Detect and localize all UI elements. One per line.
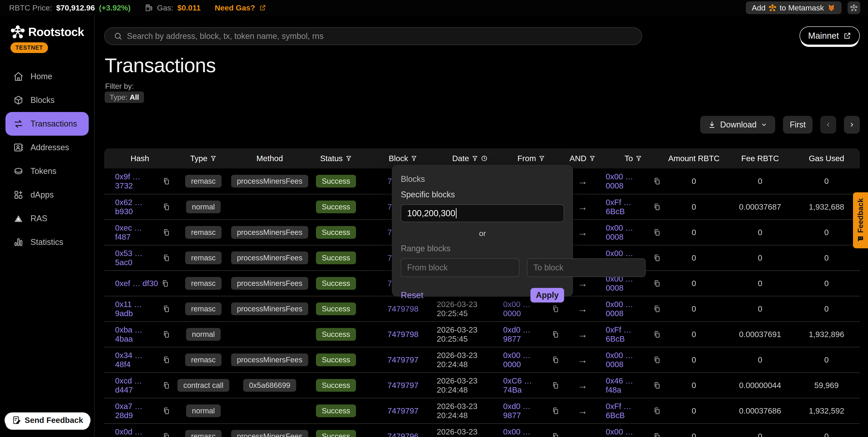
copy-icon[interactable]	[162, 330, 170, 338]
copy-icon[interactable]	[552, 356, 559, 364]
block-link[interactable]: 7479797	[388, 355, 418, 365]
copy-icon[interactable]	[162, 305, 170, 313]
apply-button[interactable]: Apply	[530, 288, 564, 302]
copy-icon[interactable]	[162, 229, 170, 236]
copy-icon[interactable]	[162, 432, 170, 437]
copy-icon[interactable]	[653, 229, 661, 236]
from-block-input[interactable]	[401, 258, 519, 277]
to-address-link[interactable]: 0x00 … 0008	[606, 223, 650, 241]
copy-icon[interactable]	[653, 305, 661, 313]
specific-blocks-input[interactable]: 100,200,300	[401, 204, 564, 222]
feedback-side-tab[interactable]: Feedback	[853, 192, 868, 248]
copy-icon[interactable]	[552, 407, 559, 415]
copy-icon[interactable]	[552, 432, 559, 437]
to-address-link[interactable]: 0x00 … 0008	[606, 427, 650, 437]
copy-icon[interactable]	[552, 330, 559, 338]
from-address-link[interactable]: 0xd0 … 9877	[503, 402, 549, 420]
block-link[interactable]: 7479797	[388, 406, 418, 415]
filter-icon[interactable]	[539, 155, 545, 162]
to-address-link[interactable]: 0x00 … 0008	[606, 274, 650, 292]
type-filter-chip[interactable]: Type: All	[105, 91, 144, 103]
previous-page-button[interactable]	[820, 116, 836, 134]
column-header-type[interactable]: Type	[170, 154, 237, 163]
filter-icon[interactable]	[472, 155, 478, 162]
copy-icon[interactable]	[162, 254, 170, 262]
tx-hash-link[interactable]: 0xa7 … 28d9	[115, 402, 159, 420]
to-address-link[interactable]: 0x46 … f48a	[606, 376, 650, 395]
mainnet-switch-button[interactable]: Mainnet	[800, 26, 860, 45]
copy-icon[interactable]	[653, 407, 661, 415]
from-address-link[interactable]: 0xC6 … 74Ba	[503, 376, 549, 395]
copy-icon[interactable]	[653, 330, 661, 338]
copy-icon[interactable]	[653, 254, 661, 262]
block-link[interactable]: 7479796	[388, 432, 418, 437]
to-address-link[interactable]: 0xFf … 6BcB	[606, 325, 650, 344]
tx-hash-link[interactable]: 0x9f … 3732	[115, 172, 159, 190]
copy-icon[interactable]	[653, 177, 661, 185]
download-button[interactable]: Download	[700, 116, 775, 134]
copy-icon[interactable]	[552, 381, 559, 389]
from-address-link[interactable]: 0x00 … 0000	[503, 427, 549, 437]
filter-icon[interactable]	[636, 155, 642, 162]
copy-icon[interactable]	[162, 356, 170, 364]
column-header-to[interactable]: To	[606, 154, 661, 163]
filter-icon[interactable]	[411, 155, 417, 162]
sidebar-item-home[interactable]: Home	[0, 65, 94, 88]
tx-hash-link[interactable]: 0x62 … b930	[115, 198, 159, 216]
column-header-date[interactable]: Date	[437, 154, 503, 163]
sidebar-item-statistics[interactable]: Statistics	[0, 230, 94, 254]
tx-hash-link[interactable]: 0x53 … 5ac0	[115, 249, 159, 267]
to-address-link[interactable]: 0xFf … 6BcB	[606, 402, 650, 420]
copy-icon[interactable]	[653, 203, 661, 211]
sidebar-item-ras[interactable]: RAS	[0, 207, 94, 230]
send-feedback-button[interactable]: Send Feedback	[5, 412, 91, 428]
filter-icon[interactable]	[210, 155, 217, 162]
filter-icon[interactable]	[589, 155, 595, 162]
column-header-and[interactable]: AND	[559, 154, 606, 163]
to-block-input[interactable]	[527, 258, 646, 277]
sidebar-item-blocks[interactable]: Blocks	[0, 88, 94, 112]
tx-hash-link[interactable]: 0xef … df30	[115, 279, 158, 288]
clock-icon[interactable]	[481, 155, 488, 162]
copy-icon[interactable]	[161, 280, 169, 287]
from-address-link[interactable]: 0x00 … 0000	[503, 300, 549, 318]
filter-icon[interactable]	[345, 155, 352, 162]
search-input[interactable]	[127, 31, 632, 41]
column-header-block[interactable]: Block	[369, 154, 437, 163]
rootstock-network-button[interactable]	[847, 1, 860, 14]
sidebar-item-addresses[interactable]: Addresses	[0, 136, 94, 159]
external-link-icon[interactable]	[259, 4, 266, 11]
tx-hash-link[interactable]: 0xec … f487	[115, 223, 159, 241]
copy-icon[interactable]	[653, 280, 661, 287]
tx-hash-link[interactable]: 0x0d … fe91	[115, 427, 159, 437]
column-header-from[interactable]: From	[503, 154, 559, 163]
sidebar-item-dapps[interactable]: dApps	[0, 183, 94, 207]
to-address-link[interactable]: 0x00 … 0008	[606, 172, 650, 190]
copy-icon[interactable]	[653, 381, 661, 389]
block-link[interactable]: 7479798	[388, 330, 418, 339]
tx-hash-link[interactable]: 0x34 … 48f4	[115, 351, 159, 369]
copy-icon[interactable]	[162, 203, 170, 211]
copy-icon[interactable]	[552, 305, 559, 313]
from-address-link[interactable]: 0xd0 … 9877	[503, 325, 549, 344]
next-page-button[interactable]	[844, 116, 860, 134]
copy-icon[interactable]	[162, 407, 170, 415]
reset-button[interactable]: Reset	[401, 290, 423, 300]
copy-icon[interactable]	[653, 356, 661, 364]
need-gas-link[interactable]: Need Gas?	[215, 3, 255, 12]
brand-logo[interactable]: Rootstock	[10, 25, 84, 39]
tx-hash-link[interactable]: 0xba … 4baa	[115, 325, 159, 344]
tx-hash-link[interactable]: 0x11 … 9adb	[115, 300, 159, 318]
sidebar-item-transactions[interactable]: Transactions	[5, 112, 89, 136]
block-link[interactable]: 7479797	[388, 381, 418, 390]
copy-icon[interactable]	[162, 381, 170, 389]
to-address-link[interactable]: 0xFf … 6BcB	[606, 198, 650, 216]
to-address-link[interactable]: 0x00 … 0008	[606, 300, 650, 318]
from-address-link[interactable]: 0x00 … 0000	[503, 351, 549, 369]
copy-icon[interactable]	[162, 177, 170, 185]
column-header-status[interactable]: Status	[303, 154, 369, 163]
add-to-metamask-button[interactable]: Add to Metamask	[746, 1, 842, 14]
sidebar-item-tokens[interactable]: Tokens	[0, 159, 94, 183]
copy-icon[interactable]	[653, 432, 661, 437]
first-page-button[interactable]: First	[783, 116, 812, 134]
